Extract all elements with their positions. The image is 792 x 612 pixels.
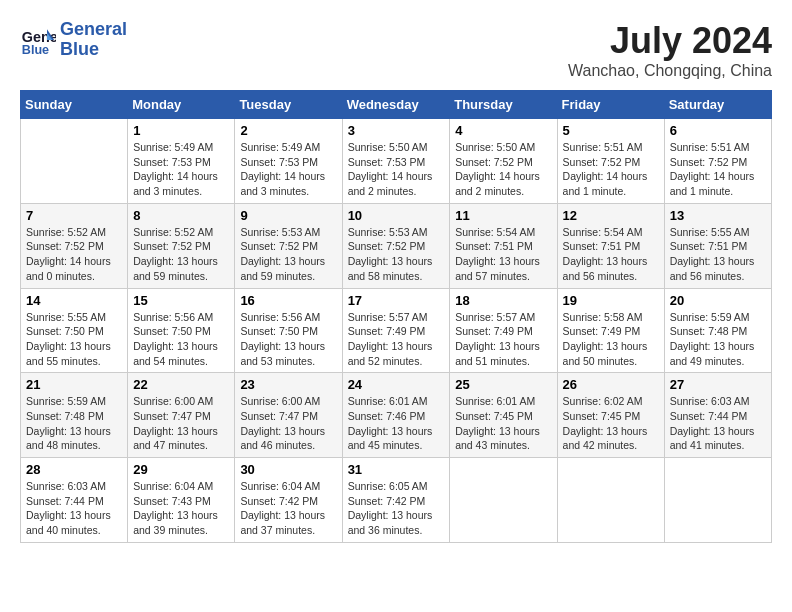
day-number: 27 (670, 377, 766, 392)
day-number: 31 (348, 462, 445, 477)
day-number: 16 (240, 293, 336, 308)
day-number: 15 (133, 293, 229, 308)
day-number: 23 (240, 377, 336, 392)
day-info: Sunrise: 6:01 AM Sunset: 7:46 PM Dayligh… (348, 394, 445, 453)
day-number: 30 (240, 462, 336, 477)
day-info: Sunrise: 6:01 AM Sunset: 7:45 PM Dayligh… (455, 394, 551, 453)
calendar-cell (21, 119, 128, 204)
day-info: Sunrise: 6:03 AM Sunset: 7:44 PM Dayligh… (670, 394, 766, 453)
calendar-table: SundayMondayTuesdayWednesdayThursdayFrid… (20, 90, 772, 543)
calendar-cell: 29Sunrise: 6:04 AM Sunset: 7:43 PM Dayli… (128, 458, 235, 543)
day-info: Sunrise: 5:50 AM Sunset: 7:53 PM Dayligh… (348, 140, 445, 199)
calendar-week-1: 1Sunrise: 5:49 AM Sunset: 7:53 PM Daylig… (21, 119, 772, 204)
day-info: Sunrise: 5:50 AM Sunset: 7:52 PM Dayligh… (455, 140, 551, 199)
day-info: Sunrise: 5:57 AM Sunset: 7:49 PM Dayligh… (455, 310, 551, 369)
calendar-cell: 16Sunrise: 5:56 AM Sunset: 7:50 PM Dayli… (235, 288, 342, 373)
weekday-header-monday: Monday (128, 91, 235, 119)
calendar-week-5: 28Sunrise: 6:03 AM Sunset: 7:44 PM Dayli… (21, 458, 772, 543)
day-info: Sunrise: 6:00 AM Sunset: 7:47 PM Dayligh… (133, 394, 229, 453)
calendar-cell: 10Sunrise: 5:53 AM Sunset: 7:52 PM Dayli… (342, 203, 450, 288)
calendar-cell: 1Sunrise: 5:49 AM Sunset: 7:53 PM Daylig… (128, 119, 235, 204)
calendar-cell: 23Sunrise: 6:00 AM Sunset: 7:47 PM Dayli… (235, 373, 342, 458)
month-title: July 2024 (568, 20, 772, 62)
day-info: Sunrise: 6:03 AM Sunset: 7:44 PM Dayligh… (26, 479, 122, 538)
day-info: Sunrise: 5:53 AM Sunset: 7:52 PM Dayligh… (240, 225, 336, 284)
day-number: 6 (670, 123, 766, 138)
calendar-cell (557, 458, 664, 543)
calendar-cell: 2Sunrise: 5:49 AM Sunset: 7:53 PM Daylig… (235, 119, 342, 204)
calendar-cell: 20Sunrise: 5:59 AM Sunset: 7:48 PM Dayli… (664, 288, 771, 373)
day-number: 14 (26, 293, 122, 308)
day-info: Sunrise: 6:05 AM Sunset: 7:42 PM Dayligh… (348, 479, 445, 538)
weekday-header-friday: Friday (557, 91, 664, 119)
day-info: Sunrise: 5:56 AM Sunset: 7:50 PM Dayligh… (133, 310, 229, 369)
calendar-cell: 28Sunrise: 6:03 AM Sunset: 7:44 PM Dayli… (21, 458, 128, 543)
day-number: 26 (563, 377, 659, 392)
calendar-cell: 30Sunrise: 6:04 AM Sunset: 7:42 PM Dayli… (235, 458, 342, 543)
day-info: Sunrise: 5:55 AM Sunset: 7:51 PM Dayligh… (670, 225, 766, 284)
day-number: 10 (348, 208, 445, 223)
day-number: 22 (133, 377, 229, 392)
calendar-cell: 31Sunrise: 6:05 AM Sunset: 7:42 PM Dayli… (342, 458, 450, 543)
day-info: Sunrise: 5:51 AM Sunset: 7:52 PM Dayligh… (670, 140, 766, 199)
day-number: 21 (26, 377, 122, 392)
weekday-header-tuesday: Tuesday (235, 91, 342, 119)
day-number: 18 (455, 293, 551, 308)
day-info: Sunrise: 6:04 AM Sunset: 7:43 PM Dayligh… (133, 479, 229, 538)
weekday-header-sunday: Sunday (21, 91, 128, 119)
page-header: General Blue General Blue July 2024 Wanc… (20, 20, 772, 80)
weekday-header-thursday: Thursday (450, 91, 557, 119)
day-number: 5 (563, 123, 659, 138)
calendar-cell: 22Sunrise: 6:00 AM Sunset: 7:47 PM Dayli… (128, 373, 235, 458)
weekday-header-wednesday: Wednesday (342, 91, 450, 119)
day-info: Sunrise: 5:55 AM Sunset: 7:50 PM Dayligh… (26, 310, 122, 369)
calendar-week-2: 7Sunrise: 5:52 AM Sunset: 7:52 PM Daylig… (21, 203, 772, 288)
calendar-cell (450, 458, 557, 543)
day-number: 3 (348, 123, 445, 138)
day-number: 20 (670, 293, 766, 308)
day-number: 19 (563, 293, 659, 308)
calendar-header: SundayMondayTuesdayWednesdayThursdayFrid… (21, 91, 772, 119)
calendar-cell: 4Sunrise: 5:50 AM Sunset: 7:52 PM Daylig… (450, 119, 557, 204)
calendar-cell: 19Sunrise: 5:58 AM Sunset: 7:49 PM Dayli… (557, 288, 664, 373)
calendar-cell: 6Sunrise: 5:51 AM Sunset: 7:52 PM Daylig… (664, 119, 771, 204)
day-info: Sunrise: 5:59 AM Sunset: 7:48 PM Dayligh… (26, 394, 122, 453)
calendar-cell: 9Sunrise: 5:53 AM Sunset: 7:52 PM Daylig… (235, 203, 342, 288)
logo-icon: General Blue (20, 22, 56, 58)
day-number: 9 (240, 208, 336, 223)
svg-text:Blue: Blue (22, 43, 49, 57)
calendar-cell: 12Sunrise: 5:54 AM Sunset: 7:51 PM Dayli… (557, 203, 664, 288)
calendar-cell (664, 458, 771, 543)
day-number: 11 (455, 208, 551, 223)
calendar-cell: 18Sunrise: 5:57 AM Sunset: 7:49 PM Dayli… (450, 288, 557, 373)
calendar-cell: 14Sunrise: 5:55 AM Sunset: 7:50 PM Dayli… (21, 288, 128, 373)
calendar-cell: 7Sunrise: 5:52 AM Sunset: 7:52 PM Daylig… (21, 203, 128, 288)
calendar-cell: 8Sunrise: 5:52 AM Sunset: 7:52 PM Daylig… (128, 203, 235, 288)
calendar-cell: 5Sunrise: 5:51 AM Sunset: 7:52 PM Daylig… (557, 119, 664, 204)
weekday-header-saturday: Saturday (664, 91, 771, 119)
day-info: Sunrise: 5:49 AM Sunset: 7:53 PM Dayligh… (240, 140, 336, 199)
day-info: Sunrise: 6:04 AM Sunset: 7:42 PM Dayligh… (240, 479, 336, 538)
calendar-cell: 26Sunrise: 6:02 AM Sunset: 7:45 PM Dayli… (557, 373, 664, 458)
day-info: Sunrise: 5:59 AM Sunset: 7:48 PM Dayligh… (670, 310, 766, 369)
calendar-cell: 11Sunrise: 5:54 AM Sunset: 7:51 PM Dayli… (450, 203, 557, 288)
calendar-cell: 3Sunrise: 5:50 AM Sunset: 7:53 PM Daylig… (342, 119, 450, 204)
day-number: 2 (240, 123, 336, 138)
day-info: Sunrise: 5:57 AM Sunset: 7:49 PM Dayligh… (348, 310, 445, 369)
calendar-cell: 24Sunrise: 6:01 AM Sunset: 7:46 PM Dayli… (342, 373, 450, 458)
calendar-cell: 21Sunrise: 5:59 AM Sunset: 7:48 PM Dayli… (21, 373, 128, 458)
day-number: 4 (455, 123, 551, 138)
day-info: Sunrise: 6:02 AM Sunset: 7:45 PM Dayligh… (563, 394, 659, 453)
day-info: Sunrise: 5:54 AM Sunset: 7:51 PM Dayligh… (455, 225, 551, 284)
day-info: Sunrise: 5:49 AM Sunset: 7:53 PM Dayligh… (133, 140, 229, 199)
day-number: 17 (348, 293, 445, 308)
day-info: Sunrise: 6:00 AM Sunset: 7:47 PM Dayligh… (240, 394, 336, 453)
day-number: 8 (133, 208, 229, 223)
day-number: 1 (133, 123, 229, 138)
title-block: July 2024 Wanchao, Chongqing, China (568, 20, 772, 80)
day-number: 13 (670, 208, 766, 223)
calendar-cell: 15Sunrise: 5:56 AM Sunset: 7:50 PM Dayli… (128, 288, 235, 373)
day-number: 12 (563, 208, 659, 223)
day-info: Sunrise: 5:52 AM Sunset: 7:52 PM Dayligh… (26, 225, 122, 284)
day-info: Sunrise: 5:52 AM Sunset: 7:52 PM Dayligh… (133, 225, 229, 284)
